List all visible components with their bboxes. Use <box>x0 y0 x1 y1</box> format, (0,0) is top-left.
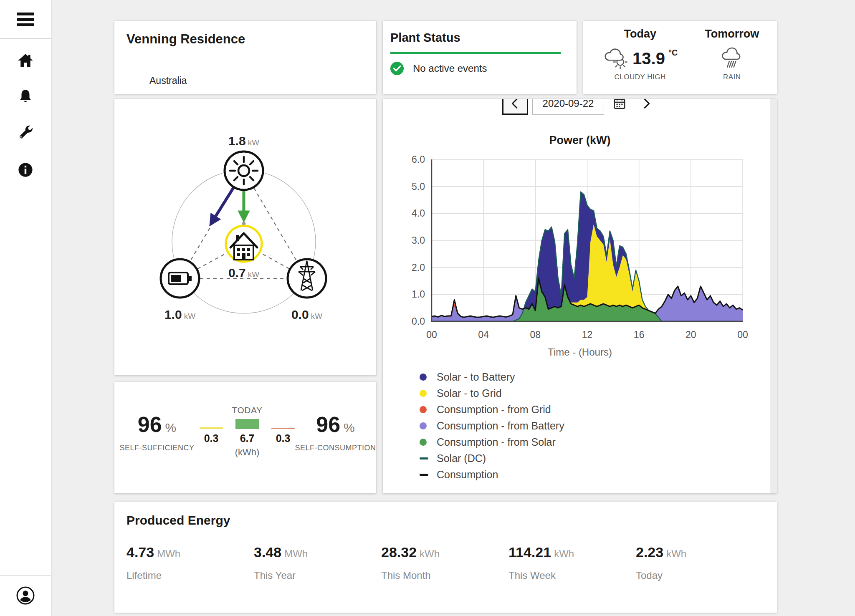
sidebar-item-home[interactable] <box>0 48 51 73</box>
weather-card: Today 13.9 °C CLOUDY HIGH Tomorrow <box>583 21 777 94</box>
plant-status-card: Plant Status No active events <box>383 21 577 94</box>
legend-item[interactable]: Consumption <box>420 467 777 483</box>
house-power-label: 0.7kW <box>208 266 279 280</box>
svg-text:12: 12 <box>582 329 593 340</box>
self-consumption-label: SELF-CONSUMPTION <box>295 444 376 452</box>
self-use-bar <box>235 419 259 429</box>
battery-power-label: 1.0kW <box>144 308 215 322</box>
svg-text:00: 00 <box>737 329 748 340</box>
produced-energy-card: Produced Energy 4.73MWh Lifetime 3.48MWh… <box>114 502 777 613</box>
sidebar-item-notifications[interactable] <box>0 84 51 109</box>
site-card: Venning Residence Australia <box>114 21 376 94</box>
date-input[interactable]: 2020-09-22 <box>532 99 604 115</box>
power-chart-card: 2020-09-22 Power (kW) 0.01.02.03.04.05.0… <box>383 99 777 493</box>
stat-this-week: 114.21kWh This Week <box>508 544 636 581</box>
check-circle-icon <box>390 62 404 75</box>
stat-this-year: 3.48MWh This Year <box>254 544 381 581</box>
svg-text:16: 16 <box>634 329 645 340</box>
svg-text:2.0: 2.0 <box>412 262 425 273</box>
today-temperature: 13.9 <box>632 46 665 71</box>
svg-text:0.0: 0.0 <box>412 316 425 327</box>
sidebar-divider <box>0 38 51 39</box>
legend-item[interactable]: Solar - to Battery <box>420 369 777 385</box>
site-name: Venning Residence <box>126 32 245 47</box>
plant-status-title: Plant Status <box>390 31 460 45</box>
legend-item[interactable]: Consumption - from Battery <box>420 418 777 434</box>
sidebar-item-info[interactable] <box>0 158 51 182</box>
legend-item[interactable]: Consumption - from Grid <box>420 401 777 418</box>
self-use-value: 6.7 <box>240 432 255 444</box>
plant-status-message: No active events <box>413 63 487 74</box>
export-value: 0.3 <box>204 432 219 444</box>
status-accent-bar <box>390 52 561 54</box>
calendar-icon[interactable] <box>608 99 631 115</box>
svg-text:6.0: 6.0 <box>412 154 425 165</box>
rain-cloud-icon <box>719 46 744 73</box>
svg-text:04: 04 <box>478 329 489 340</box>
hamburger-menu-icon[interactable] <box>0 8 51 32</box>
date-navigation: 2020-09-22 <box>383 99 777 115</box>
legend-item[interactable]: Solar (DC) <box>420 450 777 467</box>
chart-legend: Solar - to Battery Solar - to Grid Consu… <box>420 369 777 483</box>
previous-day-button[interactable] <box>502 99 528 115</box>
svg-text:00: 00 <box>426 329 437 340</box>
energy-flow-card: 1.8kW 0.7kW 1.0kW 0.0kW <box>114 99 376 375</box>
today-forecast: CLOUDY HIGH <box>615 73 666 81</box>
weather-today-label: Today <box>624 28 656 40</box>
self-sufficiency-value: 96 <box>138 412 162 437</box>
svg-text:5.0: 5.0 <box>412 181 425 192</box>
chart-x-axis-label: Time - (Hours) <box>383 346 777 358</box>
battery-node-icon <box>161 259 199 298</box>
sidebar <box>0 0 51 616</box>
house-node-icon <box>226 226 262 262</box>
self-sufficiency-label: SELF-SUFFICIENCY <box>120 444 195 452</box>
energy-balance-card: 96% SELF-SUFFICIENCY TODAY 0.3 6.7 0.3 (… <box>114 382 376 493</box>
sidebar-divider-bottom <box>0 575 51 576</box>
chart-scrollbar[interactable] <box>770 99 777 493</box>
power-chart[interactable]: 0.01.02.03.04.05.06.000040812162000 <box>392 153 768 346</box>
svg-text:08: 08 <box>530 329 541 340</box>
today-energy-mini-chart: 0.3 6.7 0.3 <box>200 419 295 444</box>
tomorrow-forecast: RAIN <box>723 73 741 81</box>
grid-power-label: 0.0kW <box>271 308 342 322</box>
temperature-unit: °C <box>668 48 678 58</box>
self-consumption-value: 96 <box>316 412 340 437</box>
solar-power-label: 1.8kW <box>208 134 279 148</box>
today-label: TODAY <box>232 405 263 415</box>
next-day-button[interactable] <box>635 99 658 115</box>
stat-today: 2.23kWh Today <box>636 544 763 581</box>
chart-title: Power (kW) <box>383 134 777 147</box>
grid-node-icon <box>288 259 326 298</box>
legend-item[interactable]: Solar - to Grid <box>420 385 777 401</box>
stat-this-month: 28.32kWh This Month <box>381 544 508 581</box>
mini-chart-unit: (kWh) <box>235 447 260 458</box>
solar-node-icon <box>225 151 263 190</box>
weather-tomorrow-label: Tomorrow <box>705 28 759 40</box>
cloud-sun-icon <box>602 46 629 72</box>
svg-text:4.0: 4.0 <box>412 208 425 219</box>
stat-lifetime: 4.73MWh Lifetime <box>126 544 254 581</box>
flow-arrow-solar-to-battery <box>211 187 234 223</box>
svg-text:1.0: 1.0 <box>412 289 425 300</box>
import-value: 0.3 <box>276 432 291 444</box>
account-icon[interactable] <box>0 583 51 608</box>
legend-item[interactable]: Consumption - from Solar <box>420 434 777 450</box>
svg-text:3.0: 3.0 <box>412 235 425 246</box>
produced-energy-title: Produced Energy <box>126 513 230 528</box>
import-bar <box>271 428 295 429</box>
sidebar-item-tools[interactable] <box>0 120 51 144</box>
svg-text:20: 20 <box>686 329 696 340</box>
site-location: Australia <box>149 75 187 86</box>
export-bar <box>200 427 223 429</box>
